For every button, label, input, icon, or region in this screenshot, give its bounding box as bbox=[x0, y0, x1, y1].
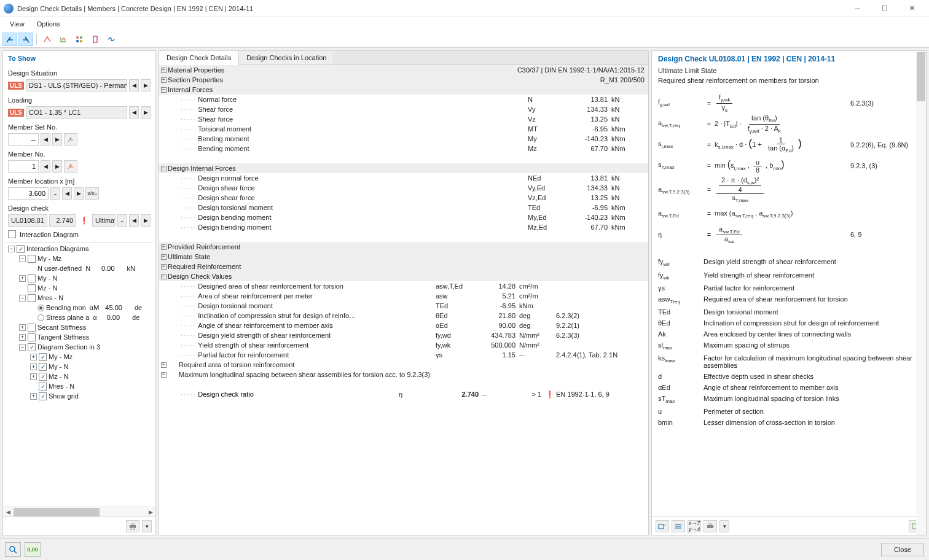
design-situation-dropdown[interactable]: DS1 - ULS (STR/GEO) - Permane... bbox=[26, 79, 127, 91]
svg-rect-7 bbox=[131, 527, 135, 529]
check-next[interactable]: ▶ bbox=[141, 214, 151, 227]
tab-details[interactable]: Design Check Details bbox=[159, 51, 239, 65]
interaction-checkbox-icon bbox=[8, 230, 16, 238]
svg-rect-9 bbox=[707, 525, 713, 528]
expand-icon[interactable]: − bbox=[161, 166, 167, 171]
menu-view[interactable]: View bbox=[4, 19, 31, 29]
tool-curve[interactable] bbox=[104, 33, 119, 46]
tool-section[interactable] bbox=[88, 33, 103, 46]
svg-rect-8 bbox=[659, 524, 664, 529]
uls-badge-loading: ULS bbox=[8, 109, 24, 117]
tool-structure-2[interactable] bbox=[56, 33, 71, 46]
svg-point-2 bbox=[76, 40, 79, 42]
tree-expand-icon[interactable]: − bbox=[8, 246, 15, 252]
scroll-right-icon[interactable]: ▶ bbox=[146, 507, 155, 517]
tool-arrow-left[interactable] bbox=[2, 33, 17, 46]
ratio-warning-icon: ❗ bbox=[544, 391, 556, 399]
footer-print-button[interactable] bbox=[704, 520, 717, 532]
check-type-dd[interactable]: ⌄ bbox=[117, 214, 127, 227]
to-show-panel: To Show Design Situation ULS DS1 - ULS (… bbox=[2, 50, 156, 535]
situation-next[interactable]: ▶ bbox=[141, 79, 151, 91]
print-button[interactable] bbox=[126, 520, 139, 532]
variable-row: bminLesser dimension of cross-section in… bbox=[658, 417, 920, 428]
tabs: Design Check Details Design Checks in Lo… bbox=[159, 51, 648, 65]
expand-icon[interactable]: − bbox=[161, 274, 167, 279]
location-xratio-icon[interactable]: x/x₀ bbox=[85, 187, 99, 200]
precision-button[interactable]: 0,00 bbox=[25, 542, 41, 557]
expand-icon[interactable]: + bbox=[161, 264, 167, 270]
close-window-button[interactable]: ✕ bbox=[898, 0, 925, 17]
memberno-prev[interactable]: ◀ bbox=[41, 160, 50, 173]
location-next[interactable]: ▶ bbox=[74, 187, 84, 200]
memberno-input[interactable] bbox=[8, 160, 39, 173]
svg-point-12 bbox=[10, 546, 15, 551]
variable-row: dEffective depth used in shear checks bbox=[658, 371, 920, 382]
svg-point-3 bbox=[80, 40, 82, 42]
interaction-label-text: Interaction Diagram bbox=[20, 231, 79, 238]
left-footer: ▾ bbox=[3, 516, 155, 535]
memberset-prev[interactable]: ◀ bbox=[41, 133, 50, 146]
main-area: To Show Design Situation ULS DS1 - ULS (… bbox=[0, 48, 929, 538]
left-h-scrollbar[interactable]: ◀ ▶ bbox=[3, 507, 155, 516]
details-grid[interactable]: +Material PropertiesC30/37 | DIN EN 1992… bbox=[159, 65, 648, 535]
formula-panel: Design Check UL0108.01 | EN 1992 | CEN |… bbox=[651, 50, 927, 535]
situation-prev[interactable]: ◀ bbox=[129, 79, 139, 91]
check-prev[interactable]: ◀ bbox=[129, 214, 139, 227]
expand-icon[interactable]: + bbox=[161, 254, 167, 260]
app-icon bbox=[4, 4, 14, 14]
variable-row: aswTreqRequired area of shear reinforcem… bbox=[658, 294, 920, 306]
location-prev[interactable]: ◀ bbox=[62, 187, 72, 200]
memberset-label: Member Set No. bbox=[3, 120, 155, 132]
location-input[interactable] bbox=[8, 187, 49, 200]
variable-row: αEdAngle of shear reinforcement to membe… bbox=[658, 382, 920, 393]
print-dropdown[interactable]: ▾ bbox=[142, 520, 152, 532]
memberset-next[interactable]: ▶ bbox=[52, 133, 62, 146]
memberno-pick-icon[interactable] bbox=[64, 160, 77, 173]
variable-row: fywkYield strength of shear reinforcemen… bbox=[658, 270, 920, 282]
search-button[interactable] bbox=[5, 542, 21, 557]
check-type-dropdown[interactable]: Ultimate Li... bbox=[92, 214, 116, 227]
svg-point-1 bbox=[80, 36, 82, 39]
scroll-thumb[interactable] bbox=[14, 508, 100, 516]
variable-row: fywdDesign yield strength of shear reinf… bbox=[658, 256, 920, 269]
formula-title: Design Check UL0108.01 | EN 1992 | CEN |… bbox=[658, 55, 920, 63]
tool-structure-1[interactable] bbox=[40, 33, 55, 46]
menu-options[interactable]: Options bbox=[31, 19, 66, 29]
tab-location[interactable]: Design Checks in Location bbox=[239, 51, 334, 64]
uls-badge: ULS bbox=[8, 82, 24, 90]
location-dropdown[interactable]: ⌄ bbox=[50, 187, 60, 200]
footer-tool-1[interactable] bbox=[656, 520, 669, 532]
loading-prev[interactable]: ◀ bbox=[129, 106, 139, 119]
formula-subtitle2: Required shear reinforcement on members … bbox=[658, 77, 920, 84]
expand-icon[interactable]: + bbox=[161, 244, 167, 250]
interaction-diagram-checkbox[interactable]: Interaction Diagram bbox=[3, 228, 155, 241]
equation-block: fy,wd=fy,wkγs6.2.3(3) asw,T,req=2 · |TEd… bbox=[658, 93, 919, 245]
maximize-button[interactable]: ☐ bbox=[871, 0, 898, 17]
formula-footer: x→7y→4 ▾ bbox=[652, 516, 926, 535]
to-show-header: To Show bbox=[3, 51, 155, 66]
svg-rect-4 bbox=[93, 36, 97, 42]
footer-print-dropdown[interactable]: ▾ bbox=[719, 520, 729, 532]
memberset-pick-icon[interactable] bbox=[64, 133, 77, 146]
footer-tool-3[interactable]: x→7y→4 bbox=[688, 520, 701, 532]
tool-arrow-right[interactable] bbox=[18, 33, 33, 46]
expand-icon[interactable]: − bbox=[161, 87, 167, 93]
tool-nodes[interactable] bbox=[72, 33, 87, 46]
loading-label: Loading bbox=[3, 93, 155, 105]
scroll-left-icon[interactable]: ◀ bbox=[3, 507, 13, 517]
close-button[interactable]: Close bbox=[881, 543, 924, 556]
loading-dropdown[interactable]: CO1 - 1.35 * LC1 bbox=[26, 106, 127, 119]
interaction-tree[interactable]: −✓Interaction Diagrams −My - Mz N user-d… bbox=[6, 242, 153, 507]
expand-icon[interactable]: + bbox=[161, 68, 167, 73]
check-code-field[interactable]: UL0108.01 bbox=[8, 214, 47, 227]
formula-v-scrollbar[interactable] bbox=[916, 51, 926, 535]
memberno-next[interactable]: ▶ bbox=[52, 160, 62, 173]
minimize-button[interactable]: ─ bbox=[844, 0, 871, 17]
expand-icon[interactable]: + bbox=[161, 77, 167, 83]
design-check-label: Design check bbox=[3, 201, 155, 213]
footer-tool-2[interactable] bbox=[672, 520, 685, 532]
memberset-input[interactable] bbox=[8, 133, 39, 146]
loading-next[interactable]: ▶ bbox=[141, 106, 151, 119]
variable-table: fywdDesign yield strength of shear reinf… bbox=[658, 256, 920, 428]
memberno-label: Member No. bbox=[3, 147, 155, 159]
